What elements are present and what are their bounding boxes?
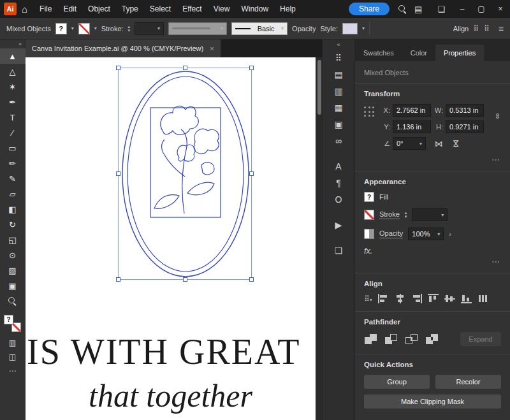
fill-swatch[interactable]: ? [4,315,13,324]
align-vertical-center-icon[interactable] [444,294,455,303]
app-logo-icon[interactable]: Ai [4,3,17,15]
opacity-label[interactable]: Opacity [292,25,316,33]
align-left-icon[interactable] [378,294,389,303]
eraser-tool[interactable]: ◧ [0,201,26,217]
zoom-tool[interactable] [0,293,26,308]
paintbrush-tool[interactable]: ✏ [0,156,26,171]
pathfinder-intersect-icon[interactable] [405,333,419,345]
rectangle-tool[interactable]: ▭ [0,140,26,156]
layers-panel-icon[interactable]: ▣ [322,116,355,133]
selection-handle[interactable] [183,277,187,282]
artboard-subheading-text[interactable]: that together [26,377,316,414]
reference-point-selector[interactable] [364,106,375,118]
style-caret-icon[interactable]: ▾ [362,25,365,31]
screen-mode-icon[interactable]: ◫ [9,352,16,361]
swatches-panel-icon[interactable]: ⠿ [322,50,355,66]
opacity-more-icon[interactable]: › [449,230,451,238]
pathfinder-unite-icon[interactable] [364,333,378,345]
tab-close-icon[interactable]: × [210,45,214,52]
workspace-switcher-icon[interactable]: ❏ [430,4,453,14]
pen-tool[interactable]: ✒ [0,94,26,110]
pencil-tool[interactable]: ✎ [0,171,26,186]
fx-button[interactable]: fx. [364,247,501,256]
stroke-link[interactable]: Stroke [379,210,400,219]
artboard-tool[interactable]: ▣ [0,278,26,293]
selection-handle[interactable] [249,171,254,176]
flip-horizontal-icon[interactable]: ⋈ [435,139,443,148]
pathfinder-minus-front-icon[interactable] [384,333,398,345]
rotate-tool[interactable]: ↻ [0,217,26,232]
paragraph-panel-icon[interactable]: ¶ [322,175,355,191]
align-horizontal-center-icon[interactable] [395,294,405,303]
maximize-button[interactable]: ▢ [472,0,491,18]
menu-edit[interactable]: Edit [57,0,82,18]
vertical-scrollbar[interactable] [316,57,322,420]
fill-swatch-chip[interactable]: ? [364,192,374,202]
align-bottom-icon[interactable] [461,294,472,303]
opacity-chip[interactable] [364,229,374,239]
panel-collapse-icon[interactable]: « [323,40,354,50]
search-icon[interactable] [398,5,407,13]
toolbar-expand-icon[interactable]: » [0,40,25,48]
recolor-button[interactable]: Recolor [435,375,501,389]
y-input[interactable]: 1.136 in [393,120,431,133]
stroke-swatch-chip[interactable] [364,210,374,220]
w-input[interactable]: 0.5313 in [446,104,484,117]
shaper-tool[interactable]: ▱ [0,186,26,201]
flip-vertical-icon[interactable]: ⋈ [451,140,461,148]
color-controls-icon[interactable]: ▥ [9,338,16,347]
libraries-panel-icon[interactable]: ▦ [322,99,355,116]
opacity-select[interactable]: 100%▾ [408,228,444,240]
control-panel-menu-icon[interactable]: ≡ [499,24,504,34]
direct-selection-tool[interactable]: △ [0,64,26,79]
magic-wand-tool[interactable]: ✶ [0,79,26,94]
document-tab[interactable]: Canva Invitation Example.ai @ 400 % (CMY… [26,40,221,57]
stroke-weight-select[interactable]: ▾ [412,208,448,221]
selection-handle[interactable] [249,277,254,282]
h-input[interactable]: 0.9271 in [446,120,484,133]
fill-stroke-indicator[interactable]: ? [4,315,21,332]
distribute-objects-icon[interactable]: ⠿ [484,24,490,33]
menu-file[interactable]: File [34,0,57,18]
selection-bounding-box[interactable] [118,68,252,280]
align-right-icon[interactable] [411,294,422,303]
gradient-tool[interactable]: ▨ [0,263,26,278]
menu-window[interactable]: Window [235,0,274,18]
align-to-selection-icon[interactable]: ⠿▾ [364,294,372,303]
fill-label[interactable]: Fill [379,193,388,201]
stroke-color-chip[interactable] [78,23,90,34]
menu-object[interactable]: Object [82,0,116,18]
artboard-heading-text[interactable]: IS WITH GREAT [27,331,317,372]
selection-tool[interactable]: ▲ [0,48,26,64]
scale-tool[interactable]: ◱ [0,232,26,247]
menu-select[interactable]: Select [144,0,177,18]
stroke-caret-icon[interactable]: ▾ [94,25,97,31]
selection-handle[interactable] [183,66,187,70]
make-clipping-mask-button[interactable]: Make Clipping Mask [364,395,501,409]
menu-help[interactable]: Help [274,0,302,18]
links-panel-icon[interactable]: ∞ [322,133,355,149]
align-objects-icon[interactable]: ⠿ [473,24,479,33]
comments-panel-icon[interactable]: ❏ [322,242,355,259]
brush-definition-select[interactable]: ▾ [168,22,227,35]
selection-handle[interactable] [116,66,120,70]
opentype-panel-icon[interactable]: O [322,191,355,208]
rotate-angle-select[interactable]: 0°▾ [393,137,426,150]
x-input[interactable]: 2.7562 in [393,104,431,117]
selection-handle[interactable] [116,171,120,176]
pathfinder-exclude-icon[interactable] [425,333,439,345]
menu-view[interactable]: View [208,0,236,18]
arrange-documents-icon[interactable]: ▤ [407,4,430,14]
stroke-weight-stepper[interactable]: ▴▾ [128,22,131,35]
constrain-proportions-icon[interactable]: ∞ [494,113,503,119]
opacity-link[interactable]: Opacity [379,229,403,238]
type-tool[interactable]: T [0,110,26,125]
group-button[interactable]: Group [364,375,430,389]
graphic-style-chip[interactable] [342,23,358,34]
asset-export-panel-icon[interactable]: ▤ [322,66,355,83]
fill-color-chip[interactable]: ? [55,23,67,34]
transform-more-options-icon[interactable]: ⋯ [364,155,501,164]
align-top-icon[interactable] [428,294,439,303]
canvas[interactable]: IS WITH GREAT that together [26,57,322,420]
character-panel-icon[interactable]: A [322,158,355,175]
